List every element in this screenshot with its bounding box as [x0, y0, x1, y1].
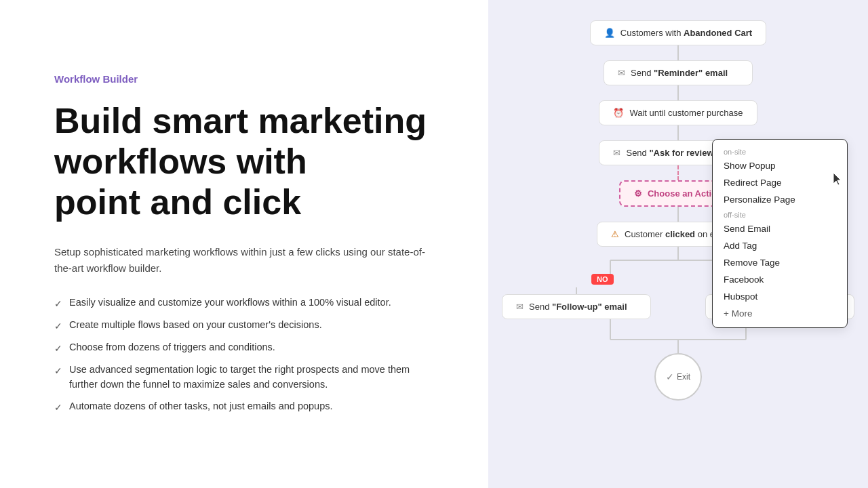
check-icon: ✓	[54, 401, 62, 415]
no-badge: NO	[591, 272, 614, 285]
dropdown-item-send-email[interactable]: Send Email	[713, 220, 847, 237]
check-icon: ✓	[54, 364, 62, 378]
exit-node[interactable]: ✓ Exit	[654, 353, 702, 401]
dropdown-section-offsite: off-site	[713, 208, 847, 220]
dropdown-item-add-tag[interactable]: Add Tag	[713, 237, 847, 254]
dropdown-item-facebook[interactable]: Facebook	[713, 271, 847, 288]
list-item: ✓ Easily visualize and customize your wo…	[54, 296, 434, 311]
email-icon: ✉	[613, 148, 620, 158]
list-item: ✓ Choose from dozens of triggers and con…	[54, 340, 434, 356]
headline: Build smart marketingworkflows withpoint…	[54, 101, 434, 222]
followup-text: Send "Follow-up" email	[529, 302, 627, 312]
clock-icon: ⏰	[613, 108, 624, 118]
choose-action-text: Choose an Action	[648, 188, 722, 199]
connector-line	[677, 207, 679, 222]
check-icon: ✓	[666, 371, 674, 382]
gear-icon: ⚙	[634, 188, 642, 199]
connector-line	[576, 287, 577, 294]
wait-text: Wait until customer purchase	[629, 108, 743, 118]
dropdown-item-remove-tage[interactable]: Remove Tage	[713, 254, 847, 271]
dropdown-item-more[interactable]: + More	[713, 305, 847, 322]
dropdown-item-redirect-page[interactable]: Redirect Page	[713, 174, 847, 191]
check-icon: ✓	[54, 297, 62, 311]
dashed-connector	[677, 165, 679, 180]
left-panel: Workflow Builder Build smart marketingwo…	[0, 0, 488, 488]
dropdown-item-personalize-page[interactable]: Personalize Page	[713, 191, 847, 208]
user-icon: 👤	[604, 28, 615, 38]
warning-icon: ⚠	[611, 229, 619, 239]
check-icon: ✓	[54, 319, 62, 333]
cursor-icon	[833, 173, 844, 186]
section-label: Workflow Builder	[54, 73, 434, 85]
send-reminder-text: Send "Reminder" email	[631, 68, 728, 78]
list-item: ✓ Create multiple flows based on your cu…	[54, 318, 434, 333]
branch-left: ✉ Send "Follow-up" email	[502, 287, 651, 319]
email-icon: ✉	[618, 68, 625, 78]
description: Setup sophisticated marketing workflows …	[54, 244, 434, 277]
wait-node[interactable]: ⏰ Wait until customer purchase	[599, 100, 757, 125]
followup-node[interactable]: ✉ Send "Follow-up" email	[502, 294, 651, 319]
connector-line	[677, 125, 679, 140]
dropdown-menu: on-site Show Popup Redirect Page Persona…	[712, 139, 848, 328]
check-icon: ✓	[54, 342, 62, 356]
feature-list: ✓ Easily visualize and customize your wo…	[54, 296, 434, 415]
trigger-node[interactable]: 👤 Customers with Abandoned Cart	[590, 20, 766, 45]
send-reminder-node[interactable]: ✉ Send "Reminder" email	[604, 60, 753, 85]
connector-line	[677, 85, 679, 100]
dropdown-item-show-popup[interactable]: Show Popup	[713, 157, 847, 174]
dropdown-section-onsite: on-site	[713, 145, 847, 157]
trigger-text: Customers with Abandoned Cart	[620, 28, 752, 38]
list-item: ✓ Automate dozens of other tasks, not ju…	[54, 399, 434, 415]
email-icon: ✉	[516, 302, 524, 312]
exit-text: Exit	[677, 372, 690, 382]
dropdown-item-hubspot[interactable]: Hubspot	[713, 288, 847, 305]
right-panel: 👤 Customers with Abandoned Cart ✉ Send "…	[488, 0, 868, 488]
list-item: ✓ Use advanced segmentation logic to tar…	[54, 363, 434, 392]
connector-line	[677, 45, 679, 60]
